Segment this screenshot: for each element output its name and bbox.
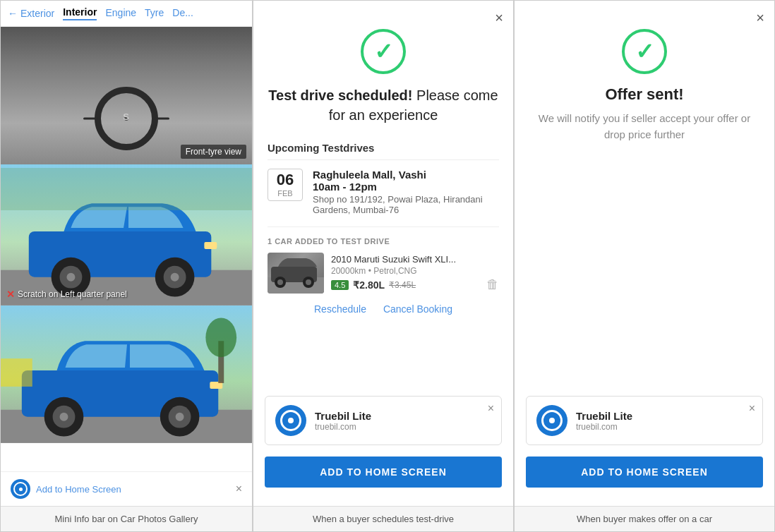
scratch-text: Scratch on Left quarter panel <box>18 289 127 299</box>
offer-install-close[interactable]: × <box>749 402 755 415</box>
panel1-caption: Mini Info bar on Car Photos Gallery <box>1 506 252 531</box>
svg-rect-8 <box>204 242 217 249</box>
tab-engine[interactable]: Engine <box>105 7 136 20</box>
gallery-image-2[interactable]: ✕ Scratch on Left quarter panel <box>1 164 252 306</box>
reschedule-link[interactable]: Reschedule <box>314 303 366 315</box>
panel3-caption: When buyer makes offer on a car <box>515 506 774 531</box>
offer-install-banner: × Truebil Lite truebil.com <box>526 396 763 445</box>
event-month: FEB <box>268 189 302 198</box>
home-screen-bar: Add to Home Screen × <box>1 471 252 506</box>
home-screen-left: Add to Home Screen <box>11 479 121 499</box>
action-links: Reschedule Cancel Booking <box>268 303 499 315</box>
install-bottom-section: × Truebil Lite truebil.com ADD TO HOME S… <box>253 389 513 506</box>
offer-modal-content: Offer sent! We will notify you if seller… <box>515 85 774 389</box>
svg-point-20 <box>205 318 236 357</box>
delete-car-icon[interactable]: 🗑 <box>486 277 499 292</box>
gallery-image-3[interactable] <box>1 306 252 443</box>
gallery-image-1[interactable]: S Front-tyre view <box>1 27 252 164</box>
car-specs: 20000km • Petrol,CNG <box>331 266 499 276</box>
offer-modal-close-btn[interactable]: × <box>756 11 764 25</box>
scratch-icon: ✕ <box>6 289 15 300</box>
install-app-url: truebil.com <box>315 422 491 432</box>
car-info: 2010 Maruti Suzuki Swift XLI... 20000km … <box>331 254 499 292</box>
svg-point-13 <box>60 413 68 421</box>
back-button[interactable]: ← Exterior <box>8 8 54 19</box>
panel-offer-sent: × ✓ Offer sent! We will notify you if se… <box>514 0 775 532</box>
install-app-name: Truebil Lite <box>315 410 491 422</box>
home-screen-close[interactable]: × <box>236 483 242 495</box>
car-rating: 4.5 <box>331 280 349 290</box>
offer-title: Offer sent! <box>531 85 757 104</box>
scratch-label: ✕ Scratch on Left quarter panel <box>6 289 127 300</box>
add-home-screen-btn-3[interactable]: ADD TO HOME SCREEN <box>526 457 763 488</box>
event-day: 06 <box>268 172 302 188</box>
car-added-label: 1 CAR ADDED TO TEST DRIVE <box>268 237 499 246</box>
image-label-1: Front-tyre view <box>181 145 246 159</box>
svg-point-16 <box>176 413 184 421</box>
offer-success-icon-area: ✓ <box>515 29 774 74</box>
modal-title: Test drive scheduled! Please come for an… <box>268 85 499 125</box>
tab-tyre[interactable]: Tyre <box>145 7 164 20</box>
truebil-small-icon <box>11 479 30 499</box>
checkmark-icon: ✓ <box>374 40 393 63</box>
panel2-caption: When a buyer schedules test-drive <box>253 506 513 531</box>
date-box: 06 FEB <box>268 169 303 201</box>
test-drive-car-card: 2010 Maruti Suzuki Swift XLI... 20000km … <box>268 253 499 294</box>
offer-app-url: truebil.com <box>576 422 752 432</box>
car-thumbnail <box>268 253 324 294</box>
success-circle: ✓ <box>361 29 406 74</box>
home-screen-text[interactable]: Add to Home Screen <box>36 484 121 495</box>
cancel-booking-link[interactable]: Cancel Booking <box>383 303 452 315</box>
car-price-row: 4.5 ₹2.80L ₹3.45L 🗑 <box>331 277 499 292</box>
car-name: 2010 Maruti Suzuki Swift XLI... <box>331 254 499 265</box>
svg-rect-18 <box>1 358 32 387</box>
truebil-dot <box>19 488 23 491</box>
offer-app-name: Truebil Lite <box>576 410 752 422</box>
offer-truebil-ring <box>541 410 563 431</box>
truebil-inner-icon <box>13 482 28 496</box>
truebil-logo-ring <box>280 410 301 431</box>
install-banner: × Truebil Lite truebil.com <box>265 396 502 445</box>
offer-install-info: Truebil Lite truebil.com <box>576 410 752 432</box>
tab-interior[interactable]: Interior <box>63 6 97 20</box>
add-home-screen-btn-2[interactable]: ADD TO HOME SCREEN <box>265 457 502 488</box>
success-icon-area: ✓ <box>253 29 513 74</box>
car-gallery: S Front-tyre view <box>1 27 252 471</box>
panel-car-gallery: ← Exterior Interior Engine Tyre De... S <box>0 0 253 532</box>
offer-checkmark-icon: ✓ <box>635 40 654 63</box>
modal-close-btn[interactable]: × <box>495 11 503 25</box>
car-price-current: ₹2.80L <box>353 279 385 291</box>
truebil-logo <box>275 405 306 436</box>
offer-subtitle: We will notify you if seller accept your… <box>531 111 757 143</box>
event-venue: Raghuleela Mall, Vashi <box>313 169 499 181</box>
svg-point-24 <box>277 279 283 285</box>
section-testdrives: Upcoming Testdrives <box>268 142 499 160</box>
event-time: 10am - 12pm <box>313 181 499 193</box>
offer-install-section: × Truebil Lite truebil.com ADD TO HOME S… <box>515 389 774 506</box>
offer-truebil-logo <box>536 405 567 436</box>
divider <box>268 226 499 227</box>
svg-point-4 <box>66 273 75 282</box>
exterior-tab[interactable]: Exterior <box>20 8 54 19</box>
truebil-logo-center <box>288 418 294 423</box>
event-info: Raghuleela Mall, Vashi 10am - 12pm Shop … <box>313 169 499 215</box>
nav-tabs: ← Exterior Interior Engine Tyre De... <box>1 1 252 27</box>
event-address: Shop no 191/192, Powai Plaza, Hirandani … <box>313 194 499 215</box>
back-arrow: ← <box>8 8 18 19</box>
event-card: 06 FEB Raghuleela Mall, Vashi 10am - 12p… <box>268 169 499 215</box>
install-info: Truebil Lite truebil.com <box>315 410 491 432</box>
svg-point-7 <box>171 273 179 282</box>
tab-more[interactable]: De... <box>172 7 193 20</box>
install-banner-close[interactable]: × <box>488 402 494 415</box>
offer-truebil-dot <box>549 418 555 423</box>
svg-point-26 <box>306 279 311 285</box>
modal-body: Test drive scheduled! Please come for an… <box>253 85 513 389</box>
offer-success-circle: ✓ <box>622 29 667 74</box>
car-thumb-image <box>268 253 324 294</box>
car-price-old: ₹3.45L <box>389 280 416 290</box>
modal-title-bold: Test drive scheduled! <box>268 87 412 103</box>
panel-test-drive: × ✓ Test drive scheduled! Please come fo… <box>253 0 514 532</box>
